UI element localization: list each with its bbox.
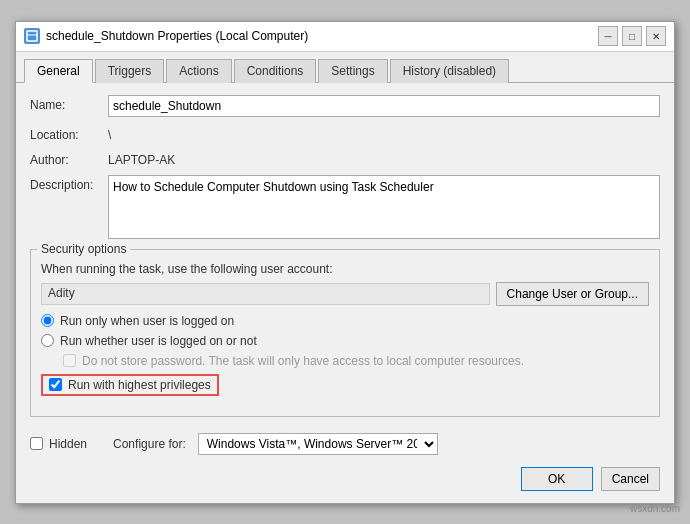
title-bar-left: schedule_Shutdown Properties (Local Comp…: [24, 28, 308, 44]
author-row: Author: LAPTOP-AK: [30, 150, 660, 167]
watermark: wsxdn.com: [630, 503, 680, 514]
content-area: Name: Location: \ Author: LAPTOP-AK Desc…: [16, 83, 674, 503]
tab-settings[interactable]: Settings: [318, 59, 387, 83]
hidden-row: Hidden Configure for: Windows Vista™, Wi…: [30, 433, 438, 455]
highest-privileges-container: Run with highest privileges: [41, 374, 649, 402]
hidden-checkbox[interactable]: [30, 437, 43, 450]
radio-not-logged-on-label: Run whether user is logged on or not: [60, 334, 257, 348]
cancel-button[interactable]: Cancel: [601, 467, 660, 491]
ok-button[interactable]: OK: [521, 467, 593, 491]
minimize-button[interactable]: ─: [598, 26, 618, 46]
tab-bar: General Triggers Actions Conditions Sett…: [16, 52, 674, 83]
security-section: Security options When running the task, …: [30, 249, 660, 417]
do-not-store-label: Do not store password. The task will onl…: [82, 354, 524, 368]
close-button[interactable]: ✕: [646, 26, 666, 46]
radio-not-logged-on-input[interactable]: [41, 334, 54, 347]
description-textarea[interactable]: How to Schedule Computer Shutdown using …: [108, 175, 660, 239]
author-label: Author:: [30, 150, 108, 167]
highest-privileges-checkbox[interactable]: [49, 378, 62, 391]
dialog-buttons: OK Cancel: [30, 467, 660, 491]
description-label: Description:: [30, 175, 108, 192]
do-not-store-row: Do not store password. The task will onl…: [63, 354, 649, 368]
user-account-text: When running the task, use the following…: [41, 262, 649, 276]
configure-select[interactable]: Windows Vista™, Windows Server™ 2008: [198, 433, 438, 455]
user-field: Adity: [41, 283, 490, 305]
hidden-label: Hidden: [49, 437, 87, 451]
tab-history[interactable]: History (disabled): [390, 59, 509, 83]
window-icon: [24, 28, 40, 44]
bottom-row: Hidden Configure for: Windows Vista™, Wi…: [30, 427, 660, 457]
do-not-store-checkbox[interactable]: [63, 354, 76, 367]
radio-logged-on-label: Run only when user is logged on: [60, 314, 234, 328]
security-section-label: Security options: [37, 242, 130, 256]
radio-logged-on: Run only when user is logged on: [41, 314, 649, 328]
radio-logged-on-input[interactable]: [41, 314, 54, 327]
window-title: schedule_Shutdown Properties (Local Comp…: [46, 29, 308, 43]
name-row: Name:: [30, 95, 660, 117]
highest-privileges-label: Run with highest privileges: [68, 378, 211, 392]
author-value: LAPTOP-AK: [108, 150, 660, 167]
location-label: Location:: [30, 125, 108, 142]
location-value: \: [108, 125, 660, 142]
configure-for-label: Configure for:: [113, 437, 186, 451]
name-label: Name:: [30, 95, 108, 112]
highest-privileges-row: Run with highest privileges: [41, 374, 219, 396]
change-user-button[interactable]: Change User or Group...: [496, 282, 649, 306]
tab-actions[interactable]: Actions: [166, 59, 231, 83]
location-row: Location: \: [30, 125, 660, 142]
tab-conditions[interactable]: Conditions: [234, 59, 317, 83]
tab-general[interactable]: General: [24, 59, 93, 83]
svg-rect-0: [27, 31, 37, 41]
title-bar: schedule_Shutdown Properties (Local Comp…: [16, 22, 674, 52]
description-row: Description: How to Schedule Computer Sh…: [30, 175, 660, 239]
main-window: schedule_Shutdown Properties (Local Comp…: [15, 21, 675, 504]
radio-not-logged-on: Run whether user is logged on or not: [41, 334, 649, 348]
user-row: Adity Change User or Group...: [41, 282, 649, 306]
maximize-button[interactable]: □: [622, 26, 642, 46]
tab-triggers[interactable]: Triggers: [95, 59, 165, 83]
title-bar-controls: ─ □ ✕: [598, 26, 666, 46]
name-input[interactable]: [108, 95, 660, 117]
